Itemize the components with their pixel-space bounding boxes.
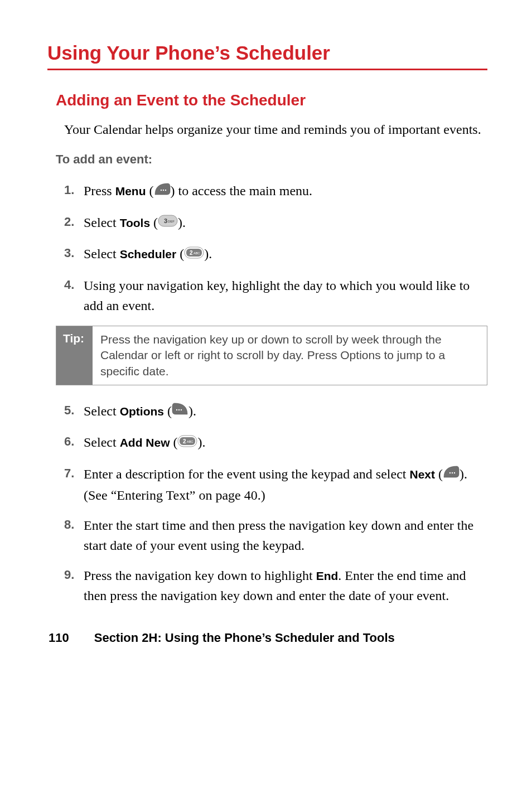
step-text: Enter the start time and then press the …	[84, 515, 487, 555]
page-footer: 110 Section 2H: Using the Phone’s Schedu…	[47, 631, 487, 645]
tip-text: Press the navigation key up or down to s…	[93, 326, 487, 385]
svg-text:ABC: ABC	[187, 440, 193, 443]
text-run: Press the navigation key down to highlig…	[84, 568, 316, 583]
text-run: (	[176, 246, 184, 261]
step-item: 2. Select Tools (3DEF).	[64, 212, 487, 234]
step-text: Select Tools (3DEF).	[84, 212, 487, 234]
step-text: Press the navigation key down to highlig…	[84, 565, 487, 606]
softkey-right-icon	[172, 401, 188, 421]
step-number: 4.	[64, 275, 84, 294]
step-number: 5.	[64, 401, 84, 419]
scheduler-label: Scheduler	[120, 248, 177, 260]
text-run: (	[435, 467, 443, 481]
tools-label: Tools	[120, 216, 150, 229]
tip-callout: Tip: Press the navigation key up or down…	[56, 326, 487, 385]
key-3def-icon: 3DEF	[158, 212, 178, 233]
text-run: (	[146, 183, 154, 198]
step-item: 3. Select Scheduler (2ABC).	[64, 244, 487, 265]
text-run: ).	[197, 435, 205, 449]
softkey-left-icon	[154, 181, 171, 201]
softkey-left-icon	[443, 464, 460, 484]
text-run: ).	[188, 404, 196, 418]
step-number: 7.	[64, 464, 84, 482]
key-2abc-icon: 2ABC	[184, 244, 204, 264]
text-run: ).	[204, 246, 212, 261]
svg-text:3: 3	[164, 217, 167, 224]
text-run: Enter a description for the event using …	[84, 467, 409, 481]
text-run: (	[164, 404, 172, 418]
key-2abc-icon: 2ABC	[177, 433, 197, 453]
text-run: Select	[84, 404, 120, 418]
steps-list-1: 1. Press Menu () to access the main menu…	[47, 181, 487, 315]
step-item: 1. Press Menu () to access the main menu…	[64, 181, 487, 202]
next-label: Next	[409, 468, 435, 481]
step-text: Enter a description for the event using …	[84, 464, 487, 505]
step-item: 4. Using your navigation key, highlight …	[64, 275, 487, 316]
step-number: 1.	[64, 181, 84, 199]
footer-section-label: Section 2H: Using the Phone’s Scheduler …	[94, 631, 395, 645]
text-run: Select	[84, 246, 120, 261]
step-number: 3.	[64, 244, 84, 262]
options-label: Options	[120, 405, 164, 418]
svg-point-2	[165, 190, 166, 191]
svg-point-10	[176, 409, 177, 410]
svg-point-1	[162, 190, 163, 191]
step-item: 8. Enter the start time and then press t…	[64, 515, 487, 555]
svg-text:2: 2	[183, 438, 186, 444]
intro-paragraph: Your Calendar helps organize your time a…	[47, 120, 487, 138]
text-run: (	[170, 435, 177, 449]
step-item: 5. Select Options ().	[64, 401, 487, 422]
page-number: 110	[49, 631, 69, 645]
svg-point-12	[181, 409, 182, 410]
text-run: (	[150, 215, 158, 230]
svg-text:DEF: DEF	[168, 220, 175, 223]
title-rule	[47, 69, 487, 70]
text-run: ) to access the main menu.	[171, 183, 313, 198]
svg-point-11	[178, 409, 180, 410]
text-run: Select	[84, 215, 120, 230]
step-number: 2.	[64, 212, 84, 231]
svg-text:ABC: ABC	[194, 252, 200, 255]
text-run: ).	[178, 215, 186, 230]
step-item: 6. Select Add New (2ABC).	[64, 432, 487, 453]
step-text: Press Menu () to access the main menu.	[84, 181, 487, 202]
step-number: 6.	[64, 432, 84, 451]
end-label: End	[316, 569, 338, 582]
addnew-label: Add New	[120, 436, 170, 449]
step-text: Select Scheduler (2ABC).	[84, 244, 487, 265]
menu-label: Menu	[115, 185, 146, 197]
step-text: Select Add New (2ABC).	[84, 432, 487, 453]
svg-point-17	[449, 472, 451, 473]
svg-point-18	[452, 472, 453, 473]
step-text: Using your navigation key, highlight the…	[84, 275, 487, 316]
svg-point-0	[160, 190, 161, 191]
steps-list-2: 5. Select Options (). 6. Select Add New …	[47, 401, 487, 606]
text-run: Select	[84, 435, 120, 449]
tip-label: Tip:	[56, 326, 93, 385]
text-run: Press	[84, 183, 115, 198]
step-number: 8.	[64, 515, 84, 534]
subheading: To add an event:	[47, 152, 487, 167]
page-title: Using Your Phone’s Scheduler	[47, 42, 487, 64]
section-heading: Adding an Event to the Scheduler	[47, 91, 487, 109]
step-text: Select Options ().	[84, 401, 487, 422]
step-item: 7. Enter a description for the event usi…	[64, 464, 487, 505]
svg-point-19	[454, 472, 455, 473]
step-item: 9. Press the navigation key down to high…	[64, 565, 487, 606]
step-number: 9.	[64, 565, 84, 584]
svg-text:2: 2	[190, 250, 193, 256]
